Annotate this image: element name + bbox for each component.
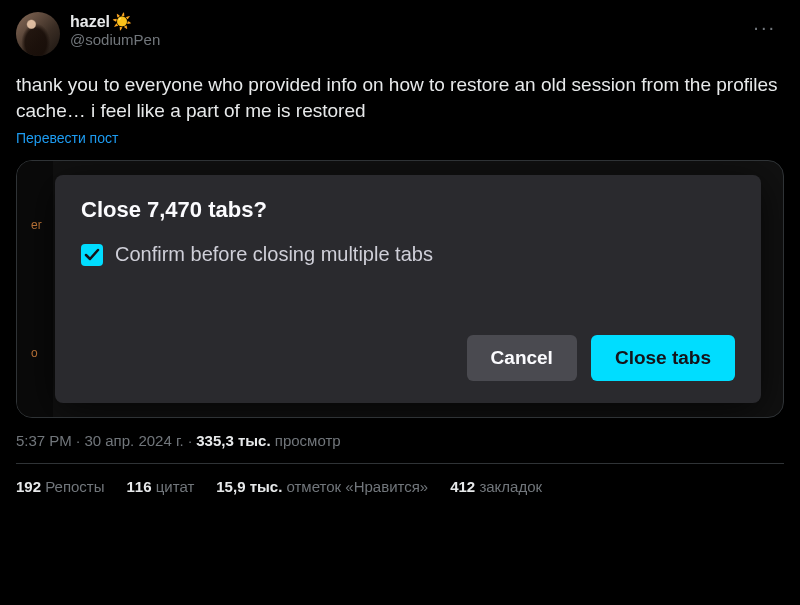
divider <box>16 463 784 464</box>
views-count[interactable]: 335,3 тыс. <box>196 432 270 449</box>
attached-image[interactable]: er o Close 7,470 tabs? Confirm before cl… <box>16 160 784 418</box>
reposts-stat[interactable]: 192 Репосты <box>16 478 105 495</box>
tweet-time[interactable]: 5:37 PM <box>16 432 72 449</box>
bg-text-fragment: o <box>31 346 53 360</box>
tweet-meta: 5:37 PM · 30 апр. 2024 г. · 335,3 тыс. п… <box>16 432 784 449</box>
close-tabs-button[interactable]: Close tabs <box>591 335 735 381</box>
user-block: hazel ☀️ @sodiumPen <box>70 12 160 48</box>
quotes-stat[interactable]: 116 цитат <box>127 478 195 495</box>
stats-row: 192 Репосты 116 цитат 15,9 тыс. отметок … <box>16 478 784 495</box>
bg-text-fragment: er <box>31 218 53 232</box>
tweet-header: hazel ☀️ @sodiumPen ··· <box>16 12 784 56</box>
more-button[interactable]: ··· <box>745 12 784 43</box>
translate-link[interactable]: Перевести пост <box>16 130 118 146</box>
browser-dialog: Close 7,470 tabs? Confirm before closing… <box>55 175 761 403</box>
quotes-label: цитат <box>156 478 195 495</box>
dialog-buttons: Cancel Close tabs <box>81 335 735 381</box>
sun-icon: ☀️ <box>112 12 132 31</box>
user-handle[interactable]: @sodiumPen <box>70 31 160 48</box>
check-icon <box>84 247 100 263</box>
quotes-count: 116 <box>127 478 152 495</box>
name-row[interactable]: hazel ☀️ <box>70 12 160 31</box>
dialog-title: Close 7,470 tabs? <box>81 197 735 223</box>
tweet-date[interactable]: 30 апр. 2024 г. <box>84 432 183 449</box>
reposts-label: Репосты <box>45 478 104 495</box>
bookmarks-count: 412 <box>450 478 475 495</box>
tweet-text: thank you to everyone who provided info … <box>16 72 784 123</box>
avatar[interactable] <box>16 12 60 56</box>
checkbox-label: Confirm before closing multiple tabs <box>115 243 433 266</box>
likes-label: отметок «Нравится» <box>286 478 428 495</box>
confirm-checkbox[interactable] <box>81 244 103 266</box>
likes-count: 15,9 тыс. <box>216 478 282 495</box>
reposts-count: 192 <box>16 478 41 495</box>
cancel-button[interactable]: Cancel <box>467 335 577 381</box>
display-name: hazel <box>70 13 110 31</box>
views-label: просмотр <box>275 432 341 449</box>
image-background-fragment: er o <box>17 161 53 417</box>
bookmarks-stat[interactable]: 412 закладок <box>450 478 542 495</box>
likes-stat[interactable]: 15,9 тыс. отметок «Нравится» <box>216 478 428 495</box>
bookmarks-label: закладок <box>479 478 542 495</box>
checkbox-row: Confirm before closing multiple tabs <box>81 243 735 266</box>
